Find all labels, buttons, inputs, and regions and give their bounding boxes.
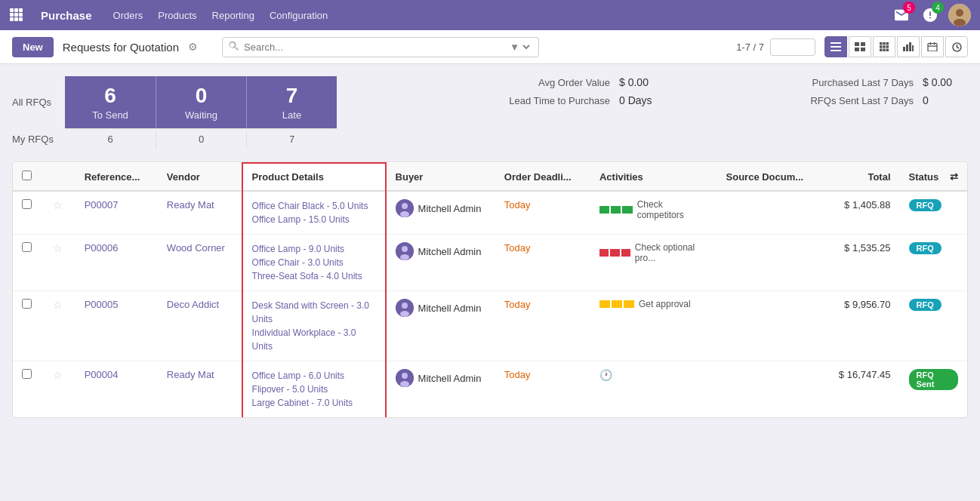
product-line[interactable]: Flipover - 5.0 Units	[252, 383, 376, 396]
product-line[interactable]: Three-Seat Sofa - 4.0 Units	[252, 269, 376, 283]
app-name[interactable]: Purchase	[41, 9, 92, 22]
favorite-star[interactable]: ☆	[53, 369, 63, 381]
search-icon	[229, 41, 239, 52]
row-checkbox[interactable]	[22, 199, 32, 209]
product-line[interactable]: Office Chair - 3.0 Units	[252, 256, 376, 269]
rfq-stats: All RFQs 6 To Send 0 Waiting 7 Late	[12, 76, 337, 149]
status-header[interactable]: Status ⇄	[900, 163, 967, 191]
row-fav-cell: ☆	[44, 235, 75, 291]
svg-rect-30	[909, 42, 911, 51]
product-line[interactable]: Office Lamp - 6.0 Units	[252, 369, 376, 383]
source-header[interactable]: Source Docum...	[717, 163, 824, 191]
buyer-header[interactable]: Buyer	[386, 163, 495, 191]
updates-badge: 4	[932, 2, 944, 14]
grid-view-button[interactable]	[873, 36, 895, 57]
product-lines: Desk Stand with Screen - 3.0 UnitsIndivi…	[252, 299, 376, 353]
nav-orders[interactable]: Orders	[113, 10, 143, 21]
nav-products[interactable]: Products	[158, 10, 196, 21]
row-checkbox[interactable]	[22, 299, 32, 309]
row-checkbox[interactable]	[22, 242, 32, 252]
my-late[interactable]: 7	[246, 128, 337, 149]
select-all-header[interactable]	[13, 163, 44, 191]
activity-bar[interactable]: Check optional pro...	[599, 242, 708, 263]
vendor-link[interactable]: Ready Mat	[167, 369, 214, 380]
reference-link[interactable]: P00007	[85, 199, 119, 211]
table-row: ☆ P00007 Ready Mat Office Chair Black - …	[13, 191, 967, 235]
deadline-header[interactable]: Order Deadli...	[495, 163, 590, 191]
product-line[interactable]: Office Lamp - 9.0 Units	[252, 242, 376, 256]
row-total-cell: $ 9,956.70	[824, 291, 900, 361]
status-badge[interactable]: RFQ Sent	[909, 369, 958, 390]
vendor-link[interactable]: Wood Corner	[167, 242, 225, 254]
waiting-card[interactable]: 0 Waiting	[156, 76, 246, 128]
row-total-cell: $ 16,747.45	[824, 361, 900, 418]
reference-header[interactable]: Reference...	[76, 163, 158, 191]
svg-rect-5	[19, 13, 23, 17]
lead-time-label: Lead Time to Purchase	[385, 95, 610, 106]
search-dropdown[interactable]: ▼	[507, 41, 532, 54]
row-vendor-cell: Deco Addict	[158, 291, 242, 361]
chart-view-button[interactable]	[897, 36, 920, 57]
reference-link[interactable]: P00005	[85, 299, 119, 310]
product-line[interactable]: Large Cabinet - 7.0 Units	[252, 396, 376, 410]
select-all-checkbox[interactable]	[22, 171, 32, 180]
product-line[interactable]: Office Chair Black - 5.0 Units	[252, 199, 376, 213]
product-line[interactable]: Individual Workplace - 3.0 Units	[252, 326, 376, 353]
my-waiting[interactable]: 0	[156, 128, 246, 149]
vendor-link[interactable]: Deco Addict	[167, 299, 219, 310]
reference-link[interactable]: P00004	[85, 369, 119, 380]
deadline-value: Today	[504, 369, 531, 380]
status-badge[interactable]: RFQ	[909, 199, 941, 211]
search-input[interactable]	[244, 41, 507, 53]
svg-rect-21	[886, 42, 889, 45]
avatar[interactable]	[948, 4, 971, 26]
my-to-send[interactable]: 6	[65, 128, 156, 149]
row-status-cell: RFQ	[900, 291, 967, 361]
purchased-last7-value: $ 0.00	[923, 76, 968, 88]
row-checkbox-cell	[13, 191, 44, 235]
vendor-link[interactable]: Ready Mat	[167, 199, 214, 211]
lead-time-kpi: Lead Time to Purchase 0 Days	[385, 94, 664, 106]
to-send-card[interactable]: 6 To Send	[65, 76, 156, 128]
product-line[interactable]: Office Lamp - 15.0 Units	[252, 213, 376, 226]
kanban-view-button[interactable]	[849, 36, 871, 57]
list-view-button[interactable]	[824, 36, 847, 57]
row-deadline-cell: Today	[495, 291, 590, 361]
view-buttons	[824, 36, 968, 57]
late-card[interactable]: 7 Late	[246, 76, 337, 128]
row-checkbox[interactable]	[22, 369, 32, 379]
grid-icon[interactable]	[9, 8, 23, 23]
lead-time-value: 0 Days	[619, 94, 664, 106]
status-badge[interactable]: RFQ	[909, 299, 941, 311]
new-button[interactable]: New	[12, 37, 54, 57]
column-settings-icon[interactable]: ⇄	[950, 171, 958, 183]
row-fav-cell: ☆	[44, 291, 75, 361]
total-header[interactable]: Total	[824, 163, 900, 191]
favorite-star[interactable]: ☆	[53, 299, 63, 311]
product-details-header[interactable]: Product Details	[242, 163, 386, 191]
favorite-star[interactable]: ☆	[53, 199, 63, 211]
activities-header[interactable]: Activities	[590, 163, 717, 191]
settings-icon[interactable]: ⚙	[188, 41, 198, 53]
messages-button[interactable]: 5	[891, 5, 912, 26]
pagination-input[interactable]	[770, 38, 815, 56]
svg-rect-18	[861, 48, 865, 51]
vendor-header[interactable]: Vendor	[158, 163, 242, 191]
reference-link[interactable]: P00006	[85, 242, 119, 254]
activity-bar[interactable]: Get approval	[599, 299, 691, 309]
clock-view-button[interactable]	[945, 36, 968, 57]
nav-configuration[interactable]: Configuration	[270, 10, 328, 21]
product-line[interactable]: Desk Stand with Screen - 3.0 Units	[252, 299, 376, 326]
updates-button[interactable]: 4	[920, 5, 941, 26]
activity-bar[interactable]: Check competitors	[599, 199, 708, 220]
activity-label: Check competitors	[637, 199, 708, 220]
rfq-table: Reference... Vendor Product Details Buye…	[12, 161, 968, 418]
status-badge[interactable]: RFQ	[909, 242, 941, 254]
sub-header: New Requests for Quotation ⚙ ▼ 1-7 / 7	[0, 30, 980, 64]
calendar-view-button[interactable]	[921, 36, 944, 57]
row-buyer-cell: Mitchell Admin	[386, 361, 495, 418]
nav-reporting[interactable]: Reporting	[212, 10, 254, 21]
svg-rect-8	[19, 17, 23, 21]
avg-order-label: Avg Order Value	[385, 77, 610, 88]
favorite-star[interactable]: ☆	[53, 242, 63, 254]
